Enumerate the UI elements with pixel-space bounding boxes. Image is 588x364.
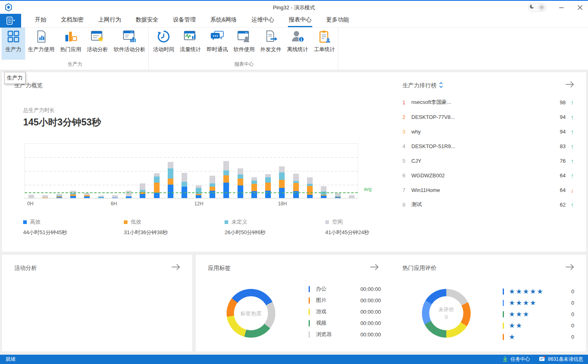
- chart-bar-1H: [42, 195, 48, 198]
- leaderboard-row[interactable]: 6WGDWZB00264↑: [390, 168, 586, 183]
- productivity-overview-panel: 生产力概览 总生产力时长 145小时3分钟53秒 avg0H6H12H18H 高…: [2, 72, 391, 252]
- task-center-button[interactable]: 任务中心: [502, 356, 530, 363]
- ribbon-tab-8[interactable]: 报表中心: [281, 14, 319, 27]
- bar-segment-低效: [251, 184, 257, 191]
- legend-name: 高效: [30, 218, 41, 226]
- app-menu-button[interactable]: [0, 14, 21, 28]
- title-bar: Ping32 - 演示模式: [0, 1, 588, 14]
- ribbon-tab-9[interactable]: 更多功能: [319, 14, 356, 27]
- bar-segment-低效: [293, 183, 299, 191]
- activity-more-arrow-icon[interactable]: [171, 263, 181, 271]
- chart-bar-13H: [210, 176, 215, 198]
- chart-bar-20H: [307, 177, 313, 198]
- app-window: Ping32 - 演示模式 开始文档加密上网行为数据安全设备管理系统&网络运维中…: [0, 0, 588, 364]
- legend-color-swatch: [23, 220, 27, 224]
- leaderboard-row[interactable]: 7Win11Home64↓: [390, 183, 586, 197]
- minimize-button[interactable]: [557, 3, 565, 11]
- ribbon-tab-7[interactable]: 运维中心: [244, 14, 281, 27]
- star-icons: ★: [509, 334, 571, 340]
- ribbon-tab-2[interactable]: 文档加密: [54, 14, 91, 27]
- window-bars-button[interactable]: 软件活动分析: [111, 28, 148, 60]
- bar-segment-空闲: [126, 191, 132, 196]
- legend-name: 未定义: [231, 218, 247, 226]
- app-tags-title: 应用标签: [208, 265, 231, 272]
- ribbon-tab-label: 文档加密: [60, 13, 84, 27]
- doc-arrow-button[interactable]: 外发文件: [257, 28, 284, 60]
- tag-name: 图片: [316, 297, 360, 304]
- leaderboard-row[interactable]: 8测试62↑: [390, 197, 586, 212]
- chart-x-tick-label: 0H: [27, 201, 33, 207]
- leaderboard-row[interactable]: 2DESKTOP-77V8...94↑: [390, 110, 586, 124]
- ribbon-button-label: 生产力: [6, 46, 22, 53]
- ribbon-group-buttons: 活动时间流量统计即时通讯软件使用外发文件离线统计工单统计: [150, 28, 338, 60]
- bar-segment-空闲: [321, 186, 326, 192]
- leaderboard-row[interactable]: 4DESKTOP-51R9...83↑: [390, 139, 586, 153]
- ribbon-tab-3[interactable]: 上网行为: [91, 14, 128, 27]
- bar-segment-低效: [265, 183, 271, 191]
- bar-segment-高效: [223, 183, 229, 198]
- tag-legend-row: 办公00:00:00: [309, 283, 381, 295]
- clock-history-button[interactable]: 活动时间: [150, 28, 177, 60]
- trend-up-icon: ↑: [566, 172, 574, 179]
- trend-up-icon: ↑: [566, 114, 574, 121]
- user-info-button[interactable]: 离线统计: [284, 28, 311, 60]
- ribbon-tab-label: 上网行为: [97, 13, 122, 27]
- legend-duration: 44小时51分钟45秒: [23, 229, 67, 236]
- leaderboard-rows: 1nsecsoft李国豪...98↑2DESKTOP-77V8...94↑3wh…: [390, 95, 586, 212]
- leaderboard-more-arrow-icon[interactable]: [565, 80, 575, 88]
- bar-segment-未定义: [168, 168, 173, 179]
- ribbon-group-buttons: 生产力生产力使用热门应用活动分析软件活动分析: [2, 28, 148, 60]
- ribbon-tab-1[interactable]: 开始: [28, 14, 54, 27]
- leaderboard-row[interactable]: 1nsecsoft李国豪...98↑: [390, 95, 586, 110]
- chart-x-tick-label: 12H: [195, 201, 203, 207]
- chat-button[interactable]: 即时通讯: [204, 28, 231, 60]
- chart-bar-15H: [238, 168, 243, 198]
- rank-number: 1: [402, 99, 411, 106]
- chart-avg-line: avg: [25, 192, 358, 193]
- bar-segment-高效: [140, 194, 145, 198]
- productivity-bar-chart: avg0H6H12H18H: [24, 143, 358, 198]
- tag-legend: 办公00:00:00图片00:00:00游戏00:00:00视频00:00:00…: [309, 283, 381, 340]
- device-name: 测试: [411, 201, 549, 208]
- leaderboard-row[interactable]: 5CJY76↑: [390, 153, 586, 168]
- theme-toggle[interactable]: [528, 3, 547, 12]
- unread-messages-button[interactable]: 8631条未读信息: [539, 356, 583, 363]
- sort-icon[interactable]: [439, 82, 443, 89]
- window-star-button[interactable]: 活动分析: [84, 28, 111, 60]
- task-center-label: 任务中心: [510, 356, 530, 363]
- clock-history-icon: [157, 29, 171, 44]
- traffic-button[interactable]: 流量统计: [177, 28, 204, 60]
- leaderboard-row[interactable]: 3why94↑: [390, 124, 586, 139]
- ribbon-tab-5[interactable]: 设备管理: [166, 14, 203, 27]
- tag-duration: 00:00:00: [360, 286, 381, 292]
- bar-segment-空闲: [335, 193, 341, 196]
- tag-name: 浏览器: [316, 331, 360, 338]
- tag-legend-row: 浏览器00:00:00: [309, 329, 381, 340]
- bar-segment-低效: [42, 198, 48, 198]
- clipboard-user-button[interactable]: 工单统计: [311, 28, 338, 60]
- close-button[interactable]: [576, 3, 584, 11]
- ribbon-tab-6[interactable]: 系统&网络: [203, 14, 244, 27]
- moon-icon[interactable]: [530, 4, 535, 11]
- bar-chart-button[interactable]: 热门应用: [57, 28, 84, 60]
- doc-chart-button[interactable]: 生产力使用: [25, 28, 57, 60]
- bar-segment-未定义: [279, 172, 285, 180]
- rating-more-arrow-icon[interactable]: [565, 263, 575, 271]
- bar-segment-空闲: [279, 166, 285, 172]
- grid-button[interactable]: 生产力: [2, 28, 25, 60]
- chart-bar-6H: [112, 195, 118, 198]
- bar-chart-icon: [64, 29, 78, 44]
- sun-icon[interactable]: [538, 4, 545, 11]
- window-star-icon: [91, 29, 104, 44]
- bar-segment-未定义: [154, 177, 160, 183]
- ribbon-tab-4[interactable]: 数据安全: [128, 14, 166, 27]
- ribbon-button-label: 软件活动分析: [114, 46, 145, 53]
- ribbon-group: 生产力生产力使用热门应用活动分析软件活动分析生产力: [0, 28, 149, 70]
- bar-segment-空闲: [28, 195, 34, 198]
- app-tags-more-arrow-icon[interactable]: [370, 263, 379, 271]
- window-user-button[interactable]: 软件使用: [231, 28, 257, 60]
- tag-duration: 00:00:00: [360, 309, 381, 315]
- bar-segment-未定义: [210, 183, 215, 187]
- tag-color-tick: [309, 297, 310, 304]
- chart-bar-2H: [56, 194, 62, 198]
